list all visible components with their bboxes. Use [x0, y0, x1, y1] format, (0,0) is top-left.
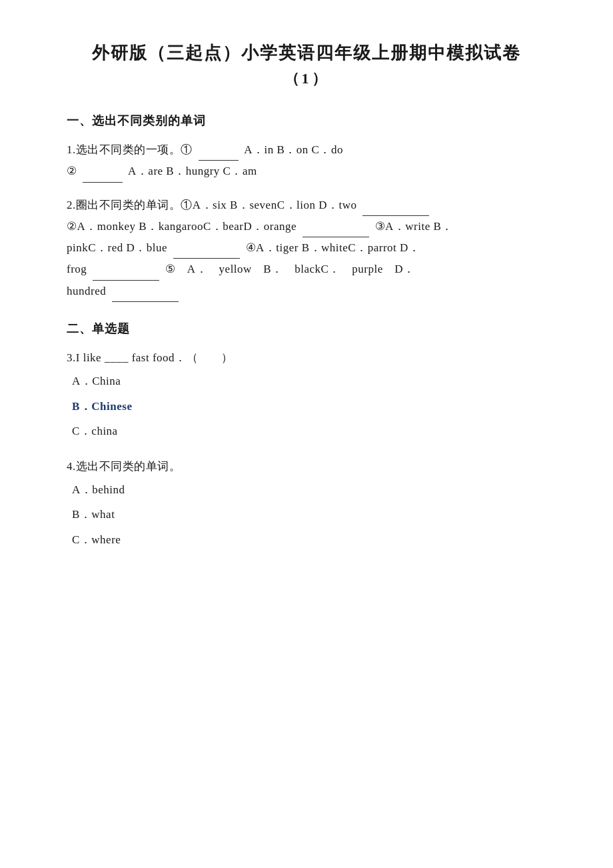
question-3: 3.I like ____ fast food．（ ） A．China B．Ch… [67, 347, 546, 443]
q2-line4-text: frog [67, 263, 87, 275]
q3-optB: B．Chinese [72, 394, 546, 419]
q1-part2-prefix: ② [67, 165, 77, 177]
question-4: 4.选出不同类的单词。 A．behind B．what C．where [67, 456, 546, 552]
title-section: 外研版（三起点）小学英语四年级上册期中模拟试卷 （1） [67, 40, 546, 89]
question-2: 2.圈出不同类的单词。①A．six B．sevenC．lion D．two ②A… [67, 195, 546, 302]
q1-part1: A．in B．on C．do [244, 143, 343, 156]
q2-line4-part2: ⑤ A． yellow B． blackC． purple D． [165, 263, 415, 275]
q2-line3-part2: ④A．tiger B．whiteC．parrot D． [246, 241, 420, 254]
q1-part2: A．are B．hungry C．am [128, 165, 257, 177]
q3-text: 3.I like ____ fast food．（ ） [67, 347, 546, 369]
q2-blank5 [112, 301, 179, 302]
q2-line5: hundred [67, 281, 546, 302]
section2-title: 二、单选题 [67, 321, 546, 337]
q2-line2: ②A．monkey B．kangarooC．bearD．orange ③A．wr… [67, 216, 546, 237]
title-main: 外研版（三起点）小学英语四年级上册期中模拟试卷 [67, 40, 546, 66]
q2-line2-part2: ③A．write B． [375, 220, 453, 233]
q2-line5-text: hundred [67, 285, 106, 297]
q4-optA: A．behind [72, 477, 546, 502]
section1-title: 一、选出不同类别的单词 [67, 113, 546, 129]
q4-optB: B．what [72, 502, 546, 527]
q3-optC: C．china [72, 419, 546, 443]
q2-line3: pinkC．red D．blue ④A．tiger B．whiteC．parro… [67, 237, 546, 259]
q1-line2: ② A．are B．hungry C．am [67, 161, 546, 182]
q1-blank2 [83, 182, 123, 183]
q4-optC: C．where [72, 527, 546, 552]
q2-line3-text: pinkC．red D．blue [67, 241, 167, 254]
q2-label: 2.圈出不同类的单词。①A．six B．sevenC．lion D．two [67, 199, 356, 211]
q4-text: 4.选出不同类的单词。 [67, 456, 546, 477]
q2-line4: frog ⑤ A． yellow B． blackC． purple D． [67, 259, 546, 280]
q1-line1: 1.选出不同类的一项。① A．in B．on C．do [67, 139, 546, 161]
q2-line1: 2.圈出不同类的单词。①A．six B．sevenC．lion D．two [67, 195, 546, 216]
q2-line2-text: ②A．monkey B．kangarooC．bearD．orange [67, 220, 297, 233]
title-sub: （1） [67, 69, 546, 89]
question-1: 1.选出不同类的一项。① A．in B．on C．do ② A．are B．hu… [67, 139, 546, 183]
q3-optA: A．China [72, 369, 546, 393]
q1-label: 1.选出不同类的一项。① [67, 143, 193, 156]
